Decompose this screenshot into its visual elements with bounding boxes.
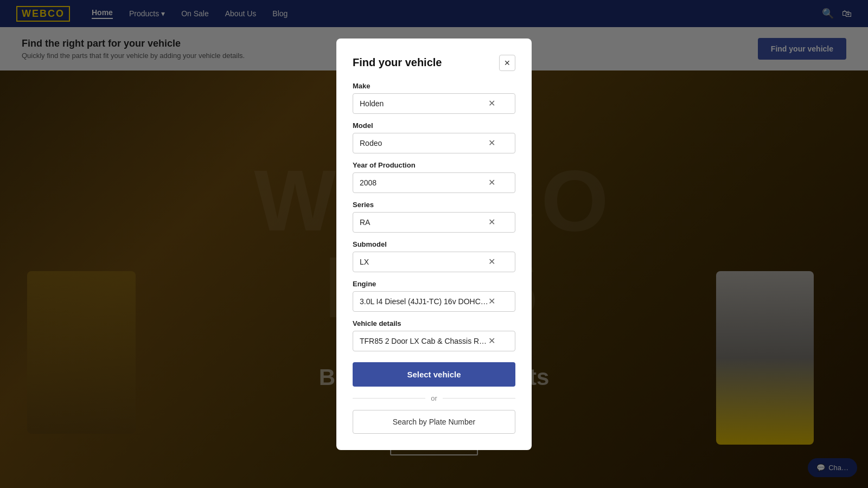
series-label: Series: [353, 201, 515, 209]
submodel-value: LX: [360, 258, 488, 266]
year-field-group: Year of Production 2008 ✕: [353, 161, 515, 193]
submodel-field-group: Submodel LX ✕: [353, 240, 515, 272]
year-label: Year of Production: [353, 161, 515, 169]
divider-line-right: [443, 398, 515, 399]
make-input[interactable]: Holden ✕: [353, 93, 515, 114]
engine-value: 3.0L I4 Diesel (4JJ1-TC) 16v DOHC DiTD T…: [360, 297, 488, 306]
vehicle-details-field-group: Vehicle details TFR85 2 Door LX Cab & Ch…: [353, 319, 515, 351]
divider-line-left: [353, 398, 425, 399]
engine-label: Engine: [353, 280, 515, 288]
model-value: Rodeo: [360, 139, 488, 147]
make-value: Holden: [360, 99, 488, 108]
submodel-label: Submodel: [353, 240, 515, 248]
vehicle-details-input[interactable]: TFR85 2 Door LX Cab & Chassis RWD Manua……: [353, 331, 515, 351]
vehicle-details-clear-button[interactable]: ✕: [488, 337, 495, 345]
series-input[interactable]: RA ✕: [353, 212, 515, 233]
make-clear-button[interactable]: ✕: [488, 99, 495, 108]
model-field-group: Model Rodeo ✕: [353, 121, 515, 153]
series-value: RA: [360, 218, 488, 227]
modal-close-button[interactable]: ✕: [499, 55, 515, 71]
model-input[interactable]: Rodeo ✕: [353, 133, 515, 153]
plate-search-button[interactable]: Search by Plate Number: [353, 410, 515, 434]
vehicle-details-label: Vehicle details: [353, 319, 515, 328]
select-vehicle-button[interactable]: Select vehicle: [353, 362, 515, 387]
modal-title: Find your vehicle: [353, 56, 442, 69]
engine-field-group: Engine 3.0L I4 Diesel (4JJ1-TC) 16v DOHC…: [353, 280, 515, 312]
modal-overlay[interactable]: Find your vehicle ✕ Make Holden ✕ Model …: [0, 0, 868, 488]
engine-clear-button[interactable]: ✕: [488, 297, 495, 306]
year-input[interactable]: 2008 ✕: [353, 172, 515, 193]
find-vehicle-modal: Find your vehicle ✕ Make Holden ✕ Model …: [336, 38, 532, 450]
engine-input[interactable]: 3.0L I4 Diesel (4JJ1-TC) 16v DOHC DiTD T…: [353, 291, 515, 312]
model-clear-button[interactable]: ✕: [488, 139, 495, 147]
year-clear-button[interactable]: ✕: [488, 178, 495, 187]
submodel-clear-button[interactable]: ✕: [488, 258, 495, 266]
make-label: Make: [353, 82, 515, 90]
year-value: 2008: [360, 178, 488, 187]
vehicle-details-value: TFR85 2 Door LX Cab & Chassis RWD Manua…: [360, 337, 488, 345]
series-field-group: Series RA ✕: [353, 201, 515, 233]
submodel-input[interactable]: LX ✕: [353, 252, 515, 272]
divider-text: or: [431, 394, 437, 402]
model-label: Model: [353, 121, 515, 130]
series-clear-button[interactable]: ✕: [488, 218, 495, 227]
divider: or: [353, 394, 515, 402]
make-field-group: Make Holden ✕: [353, 82, 515, 114]
modal-header: Find your vehicle ✕: [353, 55, 515, 71]
